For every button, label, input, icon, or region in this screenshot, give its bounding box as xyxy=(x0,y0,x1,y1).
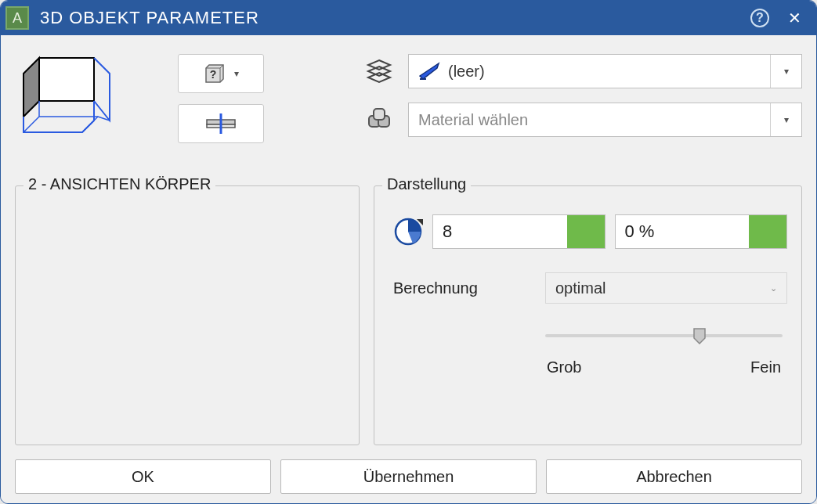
ok-button[interactable]: OK xyxy=(15,459,271,494)
appearance-values-row: 8 0 % xyxy=(389,214,787,249)
layer-row: (leer) ▾ xyxy=(364,54,802,88)
close-button[interactable]: ✕ xyxy=(777,1,812,35)
layers-icon xyxy=(364,58,394,85)
pie-chart-icon xyxy=(393,217,423,247)
mid-row: 2 - ANSICHTEN KÖRPER Darstellung 8 xyxy=(15,185,802,445)
berechnung-value: optimal xyxy=(555,279,606,297)
paint-roller-icon xyxy=(418,62,440,81)
slider-labels: Grob Fein xyxy=(545,358,783,376)
value-2-text: 0 % xyxy=(616,215,750,248)
svg-marker-11 xyxy=(368,60,390,70)
dialog-content: ? ▾ xyxy=(1,35,816,503)
object-3d-icon xyxy=(20,54,114,140)
help-icon: ? xyxy=(750,9,769,27)
material-row: Material wählen ▾ xyxy=(364,103,802,137)
value-1-text: 8 xyxy=(433,215,567,248)
svg-rect-18 xyxy=(374,109,385,120)
value-2-input[interactable]: 0 % xyxy=(615,214,788,249)
value-1-color-swatch[interactable] xyxy=(567,215,605,248)
berechnung-label: Berechnung xyxy=(393,279,526,297)
section-tool-button[interactable] xyxy=(178,104,264,143)
section-plane-icon xyxy=(202,112,240,135)
svg-marker-12 xyxy=(368,67,390,76)
berechnung-dropdown[interactable]: optimal ⌄ xyxy=(545,272,787,304)
slider-track-line xyxy=(545,334,783,337)
app-icon: A xyxy=(5,6,29,30)
material-icon xyxy=(364,106,394,133)
svg-marker-14 xyxy=(420,63,439,79)
help-button[interactable]: ? xyxy=(743,1,777,35)
chevron-down-icon: ⌄ xyxy=(770,283,777,293)
value-2-color-swatch[interactable] xyxy=(749,215,786,248)
layer-dropdown[interactable]: (leer) ▾ xyxy=(408,54,802,88)
value-1-input[interactable]: 8 xyxy=(432,214,606,249)
tool-column: ? ▾ xyxy=(178,49,264,175)
slider-max-label: Fein xyxy=(750,358,781,376)
slider-min-label: Grob xyxy=(547,358,581,376)
quality-slider[interactable] xyxy=(545,327,783,344)
close-icon: ✕ xyxy=(788,9,801,27)
views-body-group: 2 - ANSICHTEN KÖRPER xyxy=(15,185,360,445)
layer-dropdown-value: (leer) xyxy=(448,63,485,81)
titlebar: A 3D OBJEKT PARAMETER ? ✕ xyxy=(1,1,816,35)
object-preview xyxy=(15,49,164,175)
dialog-window: A 3D OBJEKT PARAMETER ? ✕ xyxy=(0,0,817,504)
chevron-down-icon: ▾ xyxy=(234,68,239,79)
slider-thumb[interactable] xyxy=(692,327,707,344)
top-row: ? ▾ xyxy=(15,49,802,175)
help-tool-dropdown[interactable]: ? ▾ xyxy=(178,54,264,93)
views-body-group-title: 2 - ANSICHTEN KÖRPER xyxy=(23,175,215,193)
layer-dropdown-content: (leer) xyxy=(409,62,770,81)
material-dropdown-placeholder: Material wählen xyxy=(409,111,770,129)
material-dropdown[interactable]: Material wählen ▾ xyxy=(408,103,802,137)
question-box-icon: ? xyxy=(203,62,226,85)
cancel-button[interactable]: Abbrechen xyxy=(546,459,802,494)
svg-marker-13 xyxy=(368,73,390,82)
darstellung-group: Darstellung 8 xyxy=(374,185,802,445)
svg-marker-0 xyxy=(39,58,94,101)
svg-text:?: ? xyxy=(210,68,217,81)
window-title: 3D OBJEKT PARAMETER xyxy=(40,8,743,28)
top-right-column: (leer) ▾ Mater xyxy=(278,49,802,175)
chevron-down-icon: ▾ xyxy=(770,103,801,136)
apply-button[interactable]: Übernehmen xyxy=(280,459,537,494)
darstellung-group-title: Darstellung xyxy=(382,175,471,193)
quality-slider-block: Grob Fein xyxy=(389,327,787,376)
svg-line-2 xyxy=(82,117,98,132)
svg-marker-21 xyxy=(694,329,705,344)
dialog-button-row: OK Übernehmen Abbrechen xyxy=(15,456,802,494)
chevron-down-icon: ▾ xyxy=(770,55,801,88)
berechnung-row: Berechnung optimal ⌄ xyxy=(389,272,787,304)
svg-marker-1 xyxy=(23,58,39,117)
